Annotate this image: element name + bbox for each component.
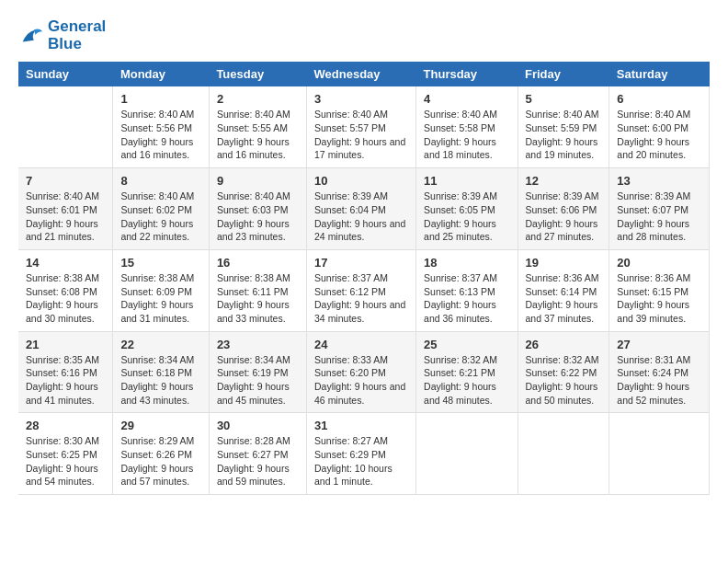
header-thursday: Thursday — [416, 62, 518, 86]
calendar-table: SundayMondayTuesdayWednesdayThursdayFrid… — [18, 62, 710, 495]
day-info: Sunrise: 8:38 AMSunset: 6:11 PMDaylight:… — [217, 271, 299, 326]
calendar-cell: 19Sunrise: 8:36 AMSunset: 6:14 PMDayligh… — [518, 249, 609, 331]
day-number: 18 — [424, 256, 509, 270]
day-number: 29 — [120, 419, 200, 432]
day-number: 4 — [424, 92, 509, 106]
header-tuesday: Tuesday — [209, 62, 306, 86]
day-number: 31 — [314, 419, 408, 432]
calendar-cell: 25Sunrise: 8:32 AMSunset: 6:21 PMDayligh… — [416, 331, 518, 413]
header-wednesday: Wednesday — [307, 62, 416, 86]
day-info: Sunrise: 8:32 AMSunset: 6:21 PMDaylight:… — [424, 353, 509, 408]
day-number: 22 — [120, 338, 200, 351]
day-info: Sunrise: 8:36 AMSunset: 6:15 PMDaylight:… — [617, 271, 701, 326]
day-info: Sunrise: 8:33 AMSunset: 6:20 PMDaylight:… — [314, 353, 408, 408]
day-number: 9 — [217, 174, 299, 188]
calendar-cell — [518, 413, 609, 495]
calendar-cell: 5Sunrise: 8:40 AMSunset: 5:59 PMDaylight… — [518, 86, 609, 167]
day-info: Sunrise: 8:38 AMSunset: 6:08 PMDaylight:… — [26, 271, 105, 326]
calendar-cell: 18Sunrise: 8:37 AMSunset: 6:13 PMDayligh… — [416, 249, 518, 331]
calendar-cell: 11Sunrise: 8:39 AMSunset: 6:05 PMDayligh… — [416, 168, 518, 250]
day-info: Sunrise: 8:34 AMSunset: 6:19 PMDaylight:… — [217, 353, 299, 408]
day-number: 11 — [424, 174, 509, 188]
day-info: Sunrise: 8:38 AMSunset: 6:09 PMDaylight:… — [120, 271, 200, 326]
calendar-cell: 9Sunrise: 8:40 AMSunset: 6:03 PMDaylight… — [209, 168, 306, 250]
calendar-week-row: 21Sunrise: 8:35 AMSunset: 6:16 PMDayligh… — [18, 331, 710, 413]
calendar-header-row: SundayMondayTuesdayWednesdayThursdayFrid… — [18, 62, 710, 86]
calendar-cell: 31Sunrise: 8:27 AMSunset: 6:29 PMDayligh… — [307, 413, 416, 495]
calendar-cell — [18, 86, 113, 167]
logo: General Blue — [18, 18, 106, 52]
calendar-cell: 20Sunrise: 8:36 AMSunset: 6:15 PMDayligh… — [609, 249, 710, 331]
calendar-cell: 22Sunrise: 8:34 AMSunset: 6:18 PMDayligh… — [113, 331, 209, 413]
calendar-cell: 3Sunrise: 8:40 AMSunset: 5:57 PMDaylight… — [307, 86, 416, 167]
calendar-cell: 10Sunrise: 8:39 AMSunset: 6:04 PMDayligh… — [307, 168, 416, 250]
day-number: 7 — [26, 174, 105, 188]
page-header: General Blue — [18, 18, 710, 52]
calendar-cell: 6Sunrise: 8:40 AMSunset: 6:00 PMDaylight… — [609, 86, 710, 167]
calendar-cell: 24Sunrise: 8:33 AMSunset: 6:20 PMDayligh… — [307, 331, 416, 413]
day-number: 14 — [26, 256, 105, 270]
day-info: Sunrise: 8:29 AMSunset: 6:26 PMDaylight:… — [120, 434, 200, 488]
calendar-cell: 29Sunrise: 8:29 AMSunset: 6:26 PMDayligh… — [113, 413, 209, 495]
header-monday: Monday — [113, 62, 209, 86]
calendar-cell: 2Sunrise: 8:40 AMSunset: 5:55 AMDaylight… — [209, 86, 306, 167]
day-number: 15 — [120, 256, 200, 270]
day-info: Sunrise: 8:40 AMSunset: 6:01 PMDaylight:… — [26, 190, 105, 244]
calendar-cell: 4Sunrise: 8:40 AMSunset: 5:58 PMDaylight… — [416, 86, 518, 167]
calendar-cell: 17Sunrise: 8:37 AMSunset: 6:12 PMDayligh… — [307, 249, 416, 331]
day-info: Sunrise: 8:30 AMSunset: 6:25 PMDaylight:… — [26, 434, 105, 488]
day-info: Sunrise: 8:37 AMSunset: 6:13 PMDaylight:… — [424, 271, 509, 326]
day-number: 5 — [526, 92, 602, 106]
day-number: 21 — [26, 338, 105, 351]
calendar-cell: 1Sunrise: 8:40 AMSunset: 5:56 PMDaylight… — [113, 86, 209, 167]
calendar-cell — [416, 413, 518, 495]
calendar-cell: 13Sunrise: 8:39 AMSunset: 6:07 PMDayligh… — [609, 168, 710, 250]
calendar-cell: 15Sunrise: 8:38 AMSunset: 6:09 PMDayligh… — [113, 249, 209, 331]
header-sunday: Sunday — [18, 62, 113, 86]
calendar-week-row: 28Sunrise: 8:30 AMSunset: 6:25 PMDayligh… — [18, 413, 710, 495]
calendar-cell: 27Sunrise: 8:31 AMSunset: 6:24 PMDayligh… — [609, 331, 710, 413]
calendar-week-row: 1Sunrise: 8:40 AMSunset: 5:56 PMDaylight… — [18, 86, 710, 167]
day-number: 3 — [314, 92, 408, 106]
day-number: 1 — [120, 92, 200, 106]
day-info: Sunrise: 8:40 AMSunset: 6:03 PMDaylight:… — [217, 190, 299, 244]
day-number: 13 — [617, 174, 701, 188]
day-number: 25 — [424, 338, 509, 351]
calendar-cell: 28Sunrise: 8:30 AMSunset: 6:25 PMDayligh… — [18, 413, 113, 495]
day-number: 19 — [526, 256, 602, 270]
day-number: 16 — [217, 256, 299, 270]
day-info: Sunrise: 8:40 AMSunset: 5:59 PMDaylight:… — [526, 108, 602, 162]
day-info: Sunrise: 8:31 AMSunset: 6:24 PMDaylight:… — [617, 353, 701, 408]
calendar-week-row: 7Sunrise: 8:40 AMSunset: 6:01 PMDaylight… — [18, 168, 710, 250]
calendar-week-row: 14Sunrise: 8:38 AMSunset: 6:08 PMDayligh… — [18, 249, 710, 331]
day-info: Sunrise: 8:35 AMSunset: 6:16 PMDaylight:… — [26, 353, 105, 408]
day-info: Sunrise: 8:37 AMSunset: 6:12 PMDaylight:… — [314, 271, 408, 326]
calendar-cell: 14Sunrise: 8:38 AMSunset: 6:08 PMDayligh… — [18, 249, 113, 331]
day-info: Sunrise: 8:40 AMSunset: 5:57 PMDaylight:… — [314, 108, 408, 162]
day-info: Sunrise: 8:40 AMSunset: 6:02 PMDaylight:… — [120, 190, 200, 244]
day-info: Sunrise: 8:32 AMSunset: 6:22 PMDaylight:… — [526, 353, 602, 408]
calendar-cell: 21Sunrise: 8:35 AMSunset: 6:16 PMDayligh… — [18, 331, 113, 413]
day-info: Sunrise: 8:39 AMSunset: 6:05 PMDaylight:… — [424, 190, 509, 244]
day-number: 26 — [526, 338, 602, 351]
calendar-cell: 16Sunrise: 8:38 AMSunset: 6:11 PMDayligh… — [209, 249, 306, 331]
day-number: 28 — [26, 419, 105, 432]
day-number: 2 — [217, 92, 299, 106]
logo-text: General Blue — [48, 18, 106, 52]
day-number: 12 — [526, 174, 602, 188]
day-info: Sunrise: 8:27 AMSunset: 6:29 PMDaylight:… — [314, 434, 408, 488]
calendar-cell: 30Sunrise: 8:28 AMSunset: 6:27 PMDayligh… — [209, 413, 306, 495]
day-info: Sunrise: 8:39 AMSunset: 6:07 PMDaylight:… — [617, 190, 701, 244]
day-number: 17 — [314, 256, 408, 270]
day-info: Sunrise: 8:34 AMSunset: 6:18 PMDaylight:… — [120, 353, 200, 408]
day-info: Sunrise: 8:36 AMSunset: 6:14 PMDaylight:… — [526, 271, 602, 326]
day-number: 20 — [617, 256, 701, 270]
day-info: Sunrise: 8:39 AMSunset: 6:04 PMDaylight:… — [314, 190, 408, 244]
calendar-cell: 7Sunrise: 8:40 AMSunset: 6:01 PMDaylight… — [18, 168, 113, 250]
day-info: Sunrise: 8:40 AMSunset: 6:00 PMDaylight:… — [617, 108, 701, 162]
day-info: Sunrise: 8:40 AMSunset: 5:58 PMDaylight:… — [424, 108, 509, 162]
day-number: 23 — [217, 338, 299, 351]
day-number: 27 — [617, 338, 701, 351]
calendar-cell: 12Sunrise: 8:39 AMSunset: 6:06 PMDayligh… — [518, 168, 609, 250]
day-number: 8 — [120, 174, 200, 188]
